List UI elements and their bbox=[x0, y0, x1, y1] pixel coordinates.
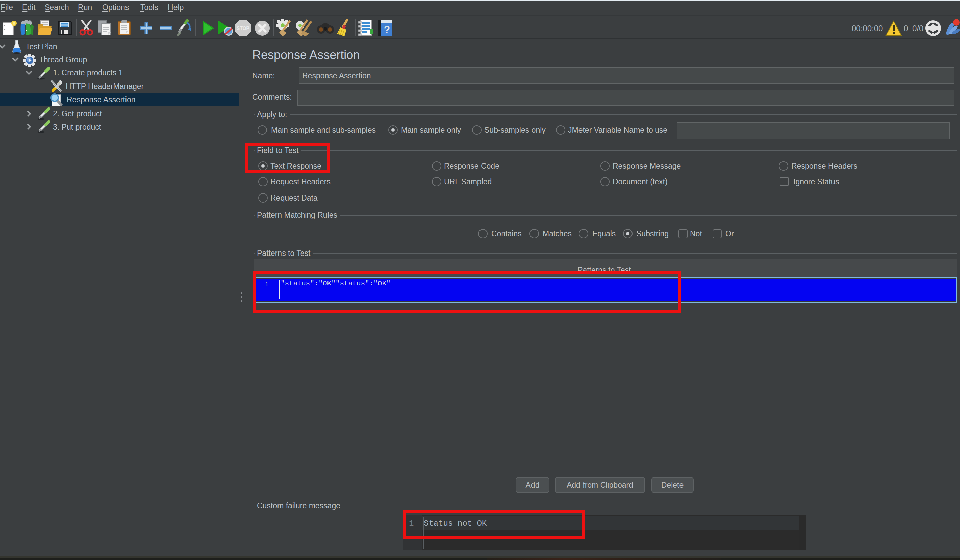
svg-text:?: ? bbox=[384, 24, 390, 35]
svg-text:STOP: STOP bbox=[237, 26, 249, 31]
